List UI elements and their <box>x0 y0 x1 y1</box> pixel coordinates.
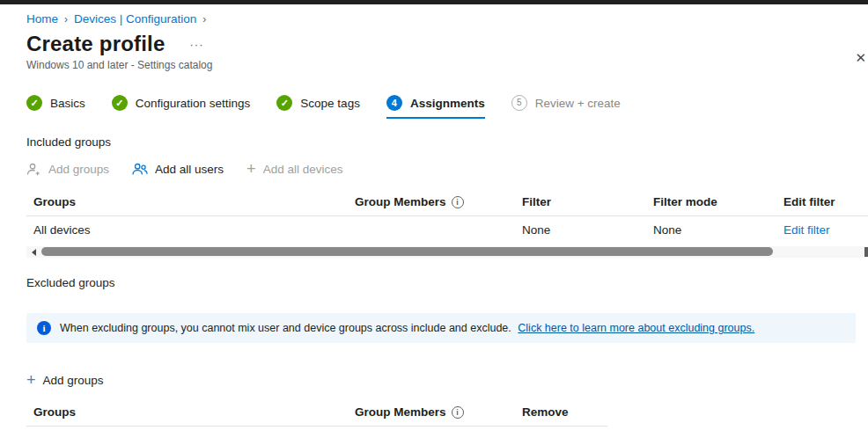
column-header-edit-filter: Edit filter <box>776 188 868 215</box>
tab-basics[interactable]: ✓ Basics <box>26 95 85 119</box>
excluded-table-header-row: Groups Group Members i Remove <box>26 398 607 427</box>
learn-more-link[interactable]: Click here to learn more about excluding… <box>518 322 754 334</box>
people-icon <box>132 163 148 176</box>
cell-filter-mode: None <box>646 216 776 244</box>
tab-assignments[interactable]: 4 Assignments <box>386 95 485 119</box>
column-header-group-members: Group Members i <box>348 398 515 426</box>
tab-label: Review + create <box>535 97 621 110</box>
scroll-left-arrow-icon[interactable] <box>32 249 36 256</box>
more-options-icon[interactable]: ··· <box>190 38 204 51</box>
tab-configuration-settings[interactable]: ✓ Configuration settings <box>112 95 251 119</box>
info-banner-message: When excluding groups, you cannot mix us… <box>60 322 511 334</box>
column-header-filter: Filter <box>515 188 646 215</box>
included-groups-heading: Included groups <box>26 135 868 149</box>
info-banner: i When excluding groups, you cannot mix … <box>26 313 856 343</box>
scrollbar-thumb[interactable] <box>41 247 773 256</box>
column-header-filter-mode: Filter mode <box>646 188 776 215</box>
add-groups-label: Add groups <box>48 163 109 176</box>
step-number-badge: 5 <box>511 95 527 111</box>
tab-label: Scope tags <box>300 97 360 110</box>
excluded-groups-toolbar: + Add groups <box>26 372 868 388</box>
column-header-remove: Remove <box>515 398 607 426</box>
excluded-groups-heading: Excluded groups <box>26 276 868 289</box>
breadcrumb-separator-icon: › <box>202 13 206 26</box>
tab-review-create[interactable]: 5 Review + create <box>511 95 621 119</box>
add-groups-button[interactable]: Add groups <box>26 163 109 176</box>
breadcrumb: Home › Devices | Configuration › <box>26 12 868 26</box>
info-icon: i <box>37 321 51 335</box>
page-subtitle: Windows 10 and later - Settings catalog <box>26 59 868 71</box>
step-complete-check-icon: ✓ <box>276 95 292 111</box>
tab-label: Basics <box>50 97 85 110</box>
edit-filter-link[interactable]: Edit filter <box>783 223 830 237</box>
create-profile-panel: Home › Devices | Configuration › Create … <box>0 12 868 427</box>
plus-icon: + <box>26 372 36 388</box>
title-row: Create profile ··· <box>26 32 868 56</box>
person-add-icon <box>26 163 41 176</box>
included-groups-table: Groups Group Members i Filter Filter mod… <box>26 188 868 244</box>
cell-filter: None <box>515 216 646 244</box>
step-number-badge: 4 <box>386 95 402 111</box>
column-header-label: Group Members <box>355 195 446 208</box>
step-complete-check-icon: ✓ <box>112 95 128 111</box>
add-groups-label: Add groups <box>43 374 104 387</box>
table-row: All devices None None Edit filter <box>26 216 868 244</box>
info-tooltip-icon[interactable]: i <box>452 196 464 208</box>
included-groups-toolbar: Add groups Add all users + Add all devic… <box>26 161 868 177</box>
wizard-tabs: ✓ Basics ✓ Configuration settings ✓ Scop… <box>26 95 868 119</box>
close-icon[interactable]: ✕ <box>851 47 868 68</box>
add-all-devices-label: Add all devices <box>263 163 343 176</box>
breadcrumb-devices-configuration-link[interactable]: Devices | Configuration <box>74 12 196 26</box>
window-top-bar <box>0 0 868 4</box>
step-complete-check-icon: ✓ <box>26 95 42 111</box>
tab-scope-tags[interactable]: ✓ Scope tags <box>276 95 360 119</box>
tab-label: Assignments <box>410 97 485 110</box>
column-header-group-members: Group Members i <box>348 188 515 215</box>
column-header-groups: Groups <box>26 398 348 426</box>
plus-icon: + <box>246 161 256 177</box>
column-header-groups: Groups <box>26 188 348 215</box>
add-all-users-label: Add all users <box>155 163 224 176</box>
page-title: Create profile <box>26 32 166 56</box>
info-banner-text: When excluding groups, you cannot mix us… <box>60 322 754 334</box>
scroll-right-arrow-icon[interactable] <box>864 247 868 257</box>
add-all-devices-button[interactable]: + Add all devices <box>246 161 342 177</box>
cell-group-name: All devices <box>26 216 348 244</box>
add-all-users-button[interactable]: Add all users <box>132 163 224 176</box>
info-tooltip-icon[interactable]: i <box>452 406 464 419</box>
column-header-label: Group Members <box>355 405 446 419</box>
breadcrumb-home-link[interactable]: Home <box>26 12 58 26</box>
cell-group-members <box>348 216 515 244</box>
breadcrumb-separator-icon: › <box>64 13 68 26</box>
add-groups-button-excluded[interactable]: + Add groups <box>26 372 104 388</box>
excluded-groups-table: Groups Group Members i Remove <box>26 398 868 427</box>
included-table-header-row: Groups Group Members i Filter Filter mod… <box>26 188 868 216</box>
horizontal-scrollbar[interactable] <box>26 246 868 258</box>
tab-label: Configuration settings <box>136 97 251 110</box>
